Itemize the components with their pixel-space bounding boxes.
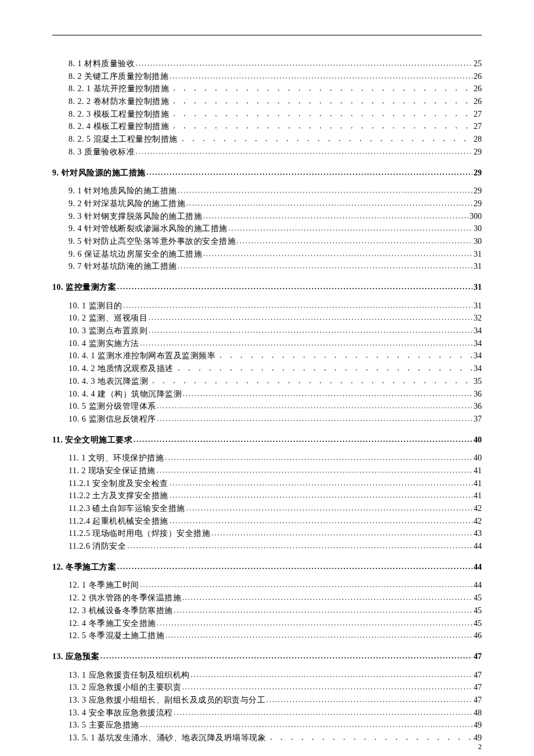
toc-entry: 9. 1 针对地质风险的施工措施 .......................… <box>52 185 482 197</box>
toc-label: 13. 1 应急救援责任制及组织机构 <box>68 669 190 682</box>
toc-leader: ........................................… <box>149 312 472 323</box>
toc-page: 47 <box>474 669 482 682</box>
toc-label: 13. 4 安全事故应急救援流程 <box>68 707 173 719</box>
toc-page: 45 <box>474 617 482 630</box>
toc-entry: 10. 4. 4 建（构）筑物沉降监测 ....................… <box>52 388 482 401</box>
toc-page: 42 <box>474 515 482 528</box>
toc-page: 27 <box>474 108 482 121</box>
toc-label: 12. 5 冬季混凝土施工措施 <box>68 629 164 642</box>
toc-entry: 12. 3 机械设备冬季防寒措施 .......................… <box>52 604 482 617</box>
toc-page: 31 <box>474 300 482 312</box>
toc-page: 45 <box>474 604 482 617</box>
toc-leader: ........................................… <box>147 167 473 178</box>
toc-label: 13. 2 应急救援小组的主要职责 <box>68 681 181 694</box>
toc-entry: 8. 3 质量验收标准 ............................… <box>52 146 482 159</box>
toc-leader: ．．．．．．．．．．．．．．．．．．．．．．．．．．．．．．．．．．．．．．．．… <box>217 350 472 362</box>
toc-page: 29 <box>474 197 482 210</box>
toc-leader: ........................................… <box>157 401 473 412</box>
toc-label: 11.2.5 现场临时用电（焊接）安全措施 <box>68 527 210 540</box>
toc-leader: ........................................… <box>136 146 472 157</box>
toc-entry: 12. 1 冬季施工时间 ...........................… <box>52 579 482 592</box>
toc-label: 11. 1 文明、环境保护措施 <box>68 452 164 465</box>
toc-entry: 10. 监控量测方案 .............................… <box>52 281 482 294</box>
toc-label: 9. 2 针对深基坑风险的施工措施 <box>68 197 185 210</box>
toc-label: 9. 7 针对基坑防淹的施工措施 <box>68 260 177 273</box>
toc-label: 10. 6 监测信息反馈程序 <box>68 413 156 426</box>
toc-page: 41 <box>474 465 482 477</box>
toc-label: 12. 1 冬季施工时间 <box>68 579 139 592</box>
toc-entry: 13. 5 主要应急措施 ...........................… <box>52 719 482 732</box>
toc-entry: 10. 1 监测目的 .............................… <box>52 300 482 312</box>
toc-leader: ........................................… <box>211 528 472 539</box>
toc-leader: ．．．．．．．．．．．．．．．．．．．．．．．．．．．．．．．．．．．．．．．．… <box>170 120 472 132</box>
toc-page: 34 <box>474 350 482 362</box>
toc-label: 9. 5 针对防止高空坠落等意外事故的安全措施 <box>68 235 236 248</box>
toc-entry: 10. 4 监测实施方法 ...........................… <box>52 337 482 350</box>
toc-label: 10. 1 监测目的 <box>68 300 122 312</box>
toc-label: 9. 3 针对钢支撑脱落风险的施工措施 <box>68 210 202 223</box>
toc-leader: ........................................… <box>140 338 473 349</box>
toc-label: 10. 4. 1 监测水准控制网布置及监测频率 <box>68 350 215 362</box>
toc-leader: ........................................… <box>169 490 472 501</box>
toc-leader: ........................................… <box>186 503 472 514</box>
toc-leader: ........................................… <box>174 707 473 718</box>
toc-page: 34 <box>474 337 482 350</box>
toc-entry: 13. 1 应急救援责任制及组织机构 .....................… <box>52 669 482 682</box>
toc-leader: ．．．．．．．．．．．．．．．．．．．．．．．．．．．．．．．．．．．．．．．．… <box>175 362 473 375</box>
toc-entry: 8. 1 材料质量验收 ............................… <box>52 57 482 70</box>
toc-leader: ........................................… <box>100 651 472 662</box>
toc-leader: ．．．．．．．．．．．．．．．．．．．．．．．．．．．．．．．．．．．．．．．．… <box>179 133 473 145</box>
toc-entry: 10. 4. 1 监测水准控制网布置及监测频率 ．．．．．．．．．．．．．．．．… <box>52 350 482 362</box>
toc-label: 8. 2 关键工序质量控制措施 <box>68 70 168 83</box>
toc-leader: ........................................… <box>183 388 472 399</box>
toc-label: 8. 3 质量验收标准 <box>68 146 135 159</box>
toc-page: 34 <box>474 362 482 375</box>
toc-page: 36 <box>474 388 482 401</box>
toc-page: 26 <box>474 82 482 95</box>
toc-page: 48 <box>474 707 482 719</box>
toc-label: 9. 4 针对管线断裂或渗漏水风险的施工措施 <box>68 222 228 235</box>
toc-page: 30 <box>474 222 482 235</box>
toc-leader: ........................................… <box>182 592 472 603</box>
toc-label: 10. 5 监测分级管理体系 <box>68 400 156 413</box>
toc-label: 9. 1 针对地质风险的施工措施 <box>68 185 177 197</box>
toc-leader: ........................................… <box>237 236 472 247</box>
toc-label: 13. 应急预案 <box>52 650 99 663</box>
table-of-contents: 8. 1 材料质量验收 ............................… <box>52 57 482 744</box>
toc-leader: ........................................… <box>191 669 473 681</box>
toc-leader: ........................................… <box>157 413 473 424</box>
toc-entry: 11. 2 现场安全保证措施 .........................… <box>52 465 482 477</box>
toc-entry: 11.2.2 土方及支撑安全措施 .......................… <box>52 489 482 502</box>
toc-label: 11. 安全文明施工要求 <box>52 434 132 447</box>
toc-entry: 8. 2. 5 混凝土工程量控制措施 ．．．．．．．．．．．．．．．．．．．．．… <box>52 133 482 146</box>
toc-label: 11.2.1 安全制度及安全检查 <box>68 477 168 490</box>
toc-page: 29 <box>474 185 482 197</box>
toc-leader: ........................................… <box>117 561 472 573</box>
toc-entry: 13. 5. 1 基坑发生涌水、涌砂、地表沉降及坍塌等现象 ．．．．．．．．．．… <box>52 732 482 744</box>
toc-leader: ........................................… <box>134 434 472 445</box>
toc-leader: ........................................… <box>186 198 472 209</box>
toc-label: 10. 监控量测方案 <box>52 281 116 294</box>
toc-page: 44 <box>474 540 482 553</box>
toc-entry: 11.2.6 消防安全 ............................… <box>52 540 482 553</box>
toc-label: 10. 4. 3 地表沉降监测 <box>68 375 148 388</box>
toc-leader: ........................................… <box>157 465 472 476</box>
toc-leader: ........................................… <box>203 249 472 260</box>
toc-page: 46 <box>474 629 482 642</box>
toc-page: 32 <box>474 312 482 325</box>
toc-entry: 12. 5 冬季混凝土施工措施 ........................… <box>52 629 482 642</box>
toc-entry: 9. 4 针对管线断裂或渗漏水风险的施工措施 .................… <box>52 222 482 235</box>
toc-page: 30 <box>474 235 482 248</box>
toc-label: 10. 4. 4 建（构）筑物沉降监测 <box>68 388 182 401</box>
toc-label: 8. 2. 5 混凝土工程量控制措施 <box>68 133 178 146</box>
toc-page: 43 <box>474 527 482 540</box>
toc-entry: 10. 5 监测分级管理体系 .........................… <box>52 400 482 413</box>
toc-leader: ........................................… <box>149 325 472 336</box>
toc-page: 27 <box>474 120 482 133</box>
toc-page: 31 <box>474 248 482 261</box>
toc-leader: ．．．．．．．．．．．．．．．．．．．．．．．．．．．．．．．．．．．．．．．．… <box>170 82 472 95</box>
toc-entry: 10. 2 监测、巡视项目 ..........................… <box>52 312 482 325</box>
toc-page: 31 <box>474 260 482 273</box>
toc-entry: 8. 2. 1 基坑开挖量控制措施 ．．．．．．．．．．．．．．．．．．．．．．… <box>52 82 482 95</box>
toc-entry: 13. 4 安全事故应急救援流程 .......................… <box>52 707 482 719</box>
